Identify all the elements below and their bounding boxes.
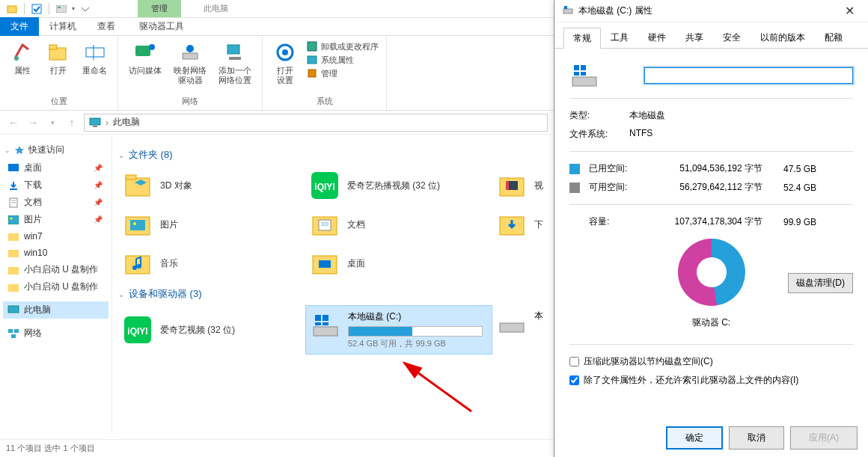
drive-iqiyi[interactable]: iQIYI爱奇艺视频 (32 位) — [118, 305, 305, 355]
svg-rect-13 — [227, 45, 239, 54]
pin-icon: 📌 — [94, 198, 103, 206]
manage-item[interactable]: 管理 — [306, 67, 379, 79]
drive-small-icon — [562, 4, 574, 17]
tab-hardware[interactable]: 硬件 — [638, 27, 676, 48]
tab-view[interactable]: 查看 — [87, 17, 126, 36]
index-checkbox-row[interactable]: 除了文件属性外，还允许索引此驱动器上文件的内容(I) — [569, 371, 853, 390]
tab-computer[interactable]: 计算机 — [39, 17, 87, 36]
map-drive-button[interactable]: 映射网络 驱动器 — [171, 39, 210, 87]
tab-drive-tools[interactable]: 驱动器工具 — [129, 17, 195, 36]
svg-rect-73 — [574, 72, 579, 76]
qat-customize-icon[interactable] — [79, 3, 91, 15]
nav-back-icon[interactable]: ← — [6, 115, 21, 130]
context-label-thispc: 此电脑 — [204, 3, 228, 14]
folder-icon — [7, 264, 19, 276]
folder-icon[interactable] — [6, 3, 18, 15]
svg-rect-59 — [314, 327, 337, 336]
ribbon-group-network: 访问媒体 映射网络 驱动器 添加一个 网络位置 网络 — [118, 36, 263, 110]
nav-forward-icon[interactable]: → — [25, 115, 40, 130]
context-tab-manage[interactable]: 管理 — [138, 0, 181, 17]
svg-rect-18 — [308, 56, 317, 64]
tab-security[interactable]: 安全 — [713, 27, 751, 48]
disk-cleanup-button[interactable]: 磁盘清理(D) — [788, 273, 853, 293]
svg-rect-11 — [183, 53, 198, 59]
svg-rect-56 — [319, 260, 331, 268]
drive-small-icon[interactable] — [55, 3, 67, 15]
sidebar-item-thispc[interactable]: 此电脑 — [3, 301, 109, 319]
close-button[interactable]: ✕ — [839, 2, 861, 19]
tab-tools[interactable]: 工具 — [601, 27, 638, 48]
folder-pictures[interactable]: 图片 — [118, 205, 305, 244]
svg-point-28 — [10, 217, 13, 219]
compress-checkbox-row[interactable]: 压缩此驱动器以节约磁盘空间(C) — [569, 352, 853, 371]
access-media-button[interactable]: 访问媒体 — [126, 39, 165, 77]
apply-button[interactable]: 应用(A) — [790, 426, 858, 450]
nav-history-icon[interactable]: ▾ — [45, 115, 60, 130]
sidebar-item-usb1[interactable]: 小白启动 U 盘制作 — [3, 261, 109, 278]
folder-desktop[interactable]: 桌面 — [305, 244, 492, 283]
folder-3d[interactable]: 3D 对象 — [118, 166, 305, 205]
pin-icon: 📌 — [94, 215, 103, 224]
ribbon-group-location: 属性 打开 重命名 位置 — [0, 36, 118, 110]
svg-rect-37 — [126, 178, 150, 196]
index-checkbox[interactable] — [569, 375, 579, 385]
quick-access-header[interactable]: ⌄ 快速访问 — [3, 141, 109, 159]
type-label: 类型: — [569, 109, 629, 122]
sys-props-item[interactable]: 系统属性 — [306, 54, 379, 66]
drive-c[interactable]: 本地磁盘 (C:) 52.4 GB 可用，共 99.9 GB — [305, 305, 492, 355]
compress-checkbox[interactable] — [569, 357, 579, 366]
tab-sharing[interactable]: 共享 — [676, 27, 713, 48]
sidebar-item-usb2[interactable]: 小白启动 U 盘制作 — [3, 278, 109, 295]
open-button[interactable]: 打开 — [43, 39, 73, 77]
add-network-button[interactable]: 添加一个 网络位置 — [216, 39, 254, 87]
tab-previous[interactable]: 以前的版本 — [751, 27, 815, 48]
dialog-title-text: 本地磁盘 (C:) 属性 — [578, 4, 652, 17]
svg-text:iQIYI: iQIYI — [314, 182, 334, 192]
dialog-buttons: 确定 取消 应用(A) — [666, 426, 858, 450]
nav-up-icon[interactable]: ↑ — [64, 115, 79, 130]
properties-dialog: 本地磁盘 (C:) 属性 ✕ 常规 工具 硬件 共享 安全 以前的版本 配额 类… — [554, 0, 868, 457]
tab-quota[interactable]: 配额 — [815, 27, 852, 48]
svg-rect-27 — [8, 215, 19, 224]
drive-icon — [311, 310, 340, 340]
address-bar[interactable]: › 此电脑 — [84, 114, 548, 132]
qat-dropdown-icon[interactable]: ▾ — [72, 5, 75, 12]
svg-rect-32 — [8, 284, 19, 292]
uninstall-item[interactable]: 卸载或更改程序 — [306, 40, 379, 52]
sidebar-item-win10[interactable]: win10 — [3, 245, 109, 261]
svg-rect-29 — [8, 233, 19, 241]
pie-chart — [569, 231, 853, 313]
sidebar-item-documents[interactable]: 文档📌 — [3, 194, 109, 211]
tab-file[interactable]: 文件 — [0, 17, 39, 36]
sidebar-item-downloads[interactable]: 下载📌 — [3, 177, 109, 194]
sidebar-item-win7[interactable]: win7 — [3, 228, 109, 245]
folder-iqiyi[interactable]: iQIYI爱奇艺热播视频 (32 位) — [305, 166, 492, 205]
checkbox-icon[interactable] — [31, 3, 43, 15]
dialog-body: 类型:本地磁盘 文件系统:NTFS 已用空间: 51,094,536,192 字… — [554, 49, 868, 402]
used-space-row: 已用空间: 51,094,536,192 字节 47.5 GB — [569, 159, 853, 178]
sidebar-item-network[interactable]: 网络 — [3, 325, 109, 342]
pin-icon: 📌 — [94, 181, 103, 189]
free-swatch — [569, 183, 580, 193]
svg-rect-21 — [93, 126, 97, 127]
svg-rect-30 — [8, 250, 19, 257]
drive-usage-bar — [348, 326, 483, 337]
drive-partial[interactable]: 本 — [492, 305, 537, 355]
ok-button[interactable]: 确定 — [666, 426, 723, 450]
svg-rect-35 — [14, 329, 19, 333]
folder-documents[interactable]: 文档 — [305, 205, 492, 244]
sidebar-item-pictures[interactable]: 图片📌 — [3, 211, 109, 228]
folder-icon — [7, 230, 19, 242]
properties-button[interactable]: 属性 — [7, 39, 37, 77]
rename-button[interactable]: 重命名 — [79, 39, 110, 77]
sidebar-item-desktop[interactable]: 桌面📌 — [3, 159, 109, 177]
svg-rect-72 — [581, 65, 586, 70]
volume-label-input[interactable] — [644, 67, 853, 84]
svg-rect-9 — [135, 46, 150, 56]
cancel-button[interactable]: 取消 — [729, 426, 784, 450]
svg-rect-36 — [11, 334, 16, 338]
tab-general[interactable]: 常规 — [563, 28, 601, 49]
open-settings-button[interactable]: 打开 设置 — [270, 39, 300, 87]
svg-rect-43 — [506, 181, 509, 190]
folder-music[interactable]: 音乐 — [118, 244, 305, 283]
